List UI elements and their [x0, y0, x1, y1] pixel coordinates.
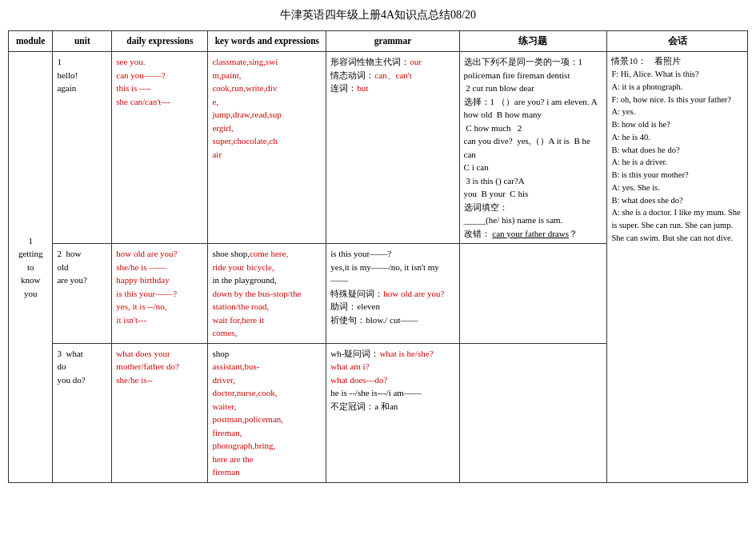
grammar-cell-1: 形容词性物主代词：our 情态动词：can、can't 连词：but: [326, 52, 459, 244]
table-row: 1gettingtoknowyou 1hello!again see you.c…: [9, 52, 748, 244]
keywords-cell-3: shop assistant,bus-driver,doctor,nurse,c…: [208, 343, 326, 482]
keywords-cell-2: shoe shop,come here,ride your bicycle, i…: [208, 244, 326, 344]
grammar-cell-3: wh-疑问词：what is he/she? what am i? what d…: [326, 343, 459, 482]
daily-cell-3: what does yourmother/father do?she/he is…: [112, 343, 208, 482]
module-cell: 1gettingtoknowyou: [9, 52, 53, 483]
keywords-cell-1: classmate,sing,swim,paint,cook,run,write…: [208, 52, 326, 244]
dialog-cell: 情景10： 看照片 F: Hi, Alice. What is this? A:…: [607, 52, 748, 483]
exercises-cell-3: [459, 343, 607, 482]
main-table: module unit daily expressions key words …: [8, 30, 748, 483]
header-daily: daily expressions: [112, 31, 208, 52]
page-title: 牛津英语四年级上册4A知识点总结08/20: [8, 8, 748, 22]
daily-cell-2: how old are you?she/he is ——happy birthd…: [112, 244, 208, 344]
exercises-cell-1: 选出下列不是同一类的一项：1 policeman fire fireman de…: [459, 52, 607, 244]
header-grammar: grammar: [326, 31, 459, 52]
unit-cell-1: 1hello!again: [53, 52, 112, 244]
unit-cell-3: 3 whatdoyou do?: [53, 343, 112, 482]
grammar-cell-2: is this your——? yes,it is my——/no, it is…: [326, 244, 459, 344]
header-unit: unit: [53, 31, 112, 52]
header-exercises: 练习题: [459, 31, 607, 52]
unit-cell-2: 2 howoldare you?: [53, 244, 112, 344]
exercises-cell-2: [459, 244, 607, 344]
header-keywords: key words and expressions: [208, 31, 326, 52]
header-dialog: 会话: [607, 31, 748, 52]
header-module: module: [9, 31, 53, 52]
daily-cell-1: see you.can you——?this is ----she can/ca…: [112, 52, 208, 244]
